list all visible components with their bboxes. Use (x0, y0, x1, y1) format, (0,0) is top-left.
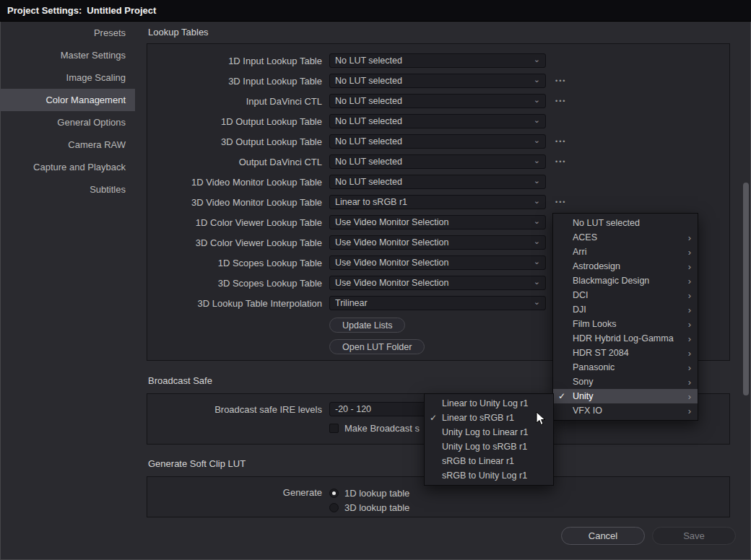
menu-item-no-lut[interactable]: No LUT selected (553, 216, 698, 230)
chevron-down-icon: ⌄ (534, 157, 540, 164)
lut-dropdown-output-ctl[interactable]: No LUT selected ⌄ (329, 154, 546, 169)
lut-dropdown-1d-output[interactable]: No LUT selected ⌄ (329, 114, 546, 128)
make-broadcast-safe-checkbox[interactable] (329, 424, 339, 433)
lut-row: 1D Video Monitor Lookup Table No LUT sel… (147, 172, 729, 192)
menu-item-dci[interactable]: DCI › (553, 288, 698, 302)
submenu-arrow-icon: › (688, 247, 691, 258)
lut-dropdown-3d-viewer[interactable]: Use Video Monitor Selection ⌄ (329, 235, 546, 250)
menu-item-dji[interactable]: DJI › (553, 302, 698, 317)
sidebar-item-subtitles[interactable]: Subtitles (0, 178, 135, 201)
sidebar-item-master-settings[interactable]: Master Settings (0, 44, 135, 66)
submenu-arrow-icon: › (688, 406, 691, 416)
submenu-item-unity-log-to-srgb[interactable]: Unity Log to sRGB r1 (425, 439, 553, 454)
titlebar: Project Settings: Untitled Project (0, 0, 751, 22)
row-label: 3D Color Viewer Lookup Table (147, 237, 329, 248)
more-options-button[interactable]: ••• (555, 77, 566, 84)
lut-dropdown-1d-scopes[interactable]: Use Video Monitor Selection ⌄ (329, 255, 546, 270)
lut-row: 3D Input Lookup Table No LUT selected ⌄ … (147, 71, 729, 91)
sidebar-item-capture-playback[interactable]: Capture and Playback (0, 156, 135, 178)
settings-sidebar: Presets Master Settings Image Scaling Co… (0, 22, 135, 560)
submenu-item-linear-to-srgb[interactable]: ✓ Linear to sRGB r1 (425, 411, 553, 425)
menu-item-hdr-st2084[interactable]: HDR ST 2084 › (553, 346, 698, 360)
lut-submenu: Linear to Unity Log r1 ✓ Linear to sRGB … (424, 393, 554, 486)
chevron-down-icon: ⌄ (534, 56, 540, 63)
menu-item-film-looks[interactable]: Film Looks › (553, 317, 698, 331)
row-label: 1D Color Viewer Lookup Table (147, 217, 329, 228)
lut-row: 1D Output Lookup Table No LUT selected ⌄ (147, 111, 729, 131)
submenu-item-linear-to-unity-log[interactable]: Linear to Unity Log r1 (425, 396, 553, 411)
menu-item-arri[interactable]: Arri › (553, 245, 698, 259)
lookup-tables-heading: Lookup Tables (148, 27, 209, 38)
row-label: 1D Video Monitor Lookup Table (147, 177, 329, 188)
lut-dropdown-1d-input[interactable]: No LUT selected ⌄ (329, 53, 546, 68)
row-label: Broadcast safe IRE levels (147, 404, 329, 415)
submenu-arrow-icon: › (688, 232, 691, 243)
menu-item-unity[interactable]: ✓ Unity › (553, 389, 698, 403)
lut-dropdown-3d-output[interactable]: No LUT selected ⌄ (329, 134, 546, 149)
update-lists-button[interactable]: Update Lists (329, 318, 405, 333)
more-options-button[interactable]: ••• (555, 158, 566, 165)
sidebar-item-general-options[interactable]: General Options (0, 111, 135, 134)
chevron-down-icon: ⌄ (534, 298, 540, 305)
lut-dropdown-3d-scopes[interactable]: Use Video Monitor Selection ⌄ (329, 276, 546, 290)
sidebar-item-image-scaling[interactable]: Image Scaling (0, 66, 135, 89)
menu-item-blackmagic-design[interactable]: Blackmagic Design › (553, 274, 698, 288)
row-label: 3D Output Lookup Table (147, 136, 329, 147)
cancel-button[interactable]: Cancel (561, 527, 645, 545)
chevron-down-icon: ⌄ (534, 217, 540, 224)
open-lut-folder-button[interactable]: Open LUT Folder (329, 339, 425, 354)
submenu-arrow-icon: › (688, 348, 691, 359)
chevron-down-icon: ⌄ (534, 136, 540, 144)
row-label: 3D Lookup Table Interpolation (147, 298, 329, 309)
lut-row: Output DaVinci CTL No LUT selected ⌄ ••• (147, 152, 729, 172)
submenu-arrow-icon: › (688, 290, 691, 301)
chevron-down-icon: ⌄ (534, 177, 540, 184)
sidebar-item-camera-raw[interactable]: Camera RAW (0, 134, 135, 156)
submenu-arrow-icon: › (688, 305, 691, 315)
submenu-arrow-icon: › (688, 261, 691, 272)
lut-context-menu: No LUT selected ACES › Arri › Astrodesig… (552, 213, 698, 421)
project-name: Untitled Project (87, 5, 156, 16)
sidebar-item-color-management[interactable]: Color Management (0, 89, 135, 111)
generate-label: Generate (147, 486, 329, 515)
radio-option-3d[interactable]: 3D lookup table (329, 500, 409, 515)
radio-button-3d[interactable] (329, 503, 339, 512)
save-button[interactable]: Save (652, 527, 736, 545)
mouse-cursor-icon (536, 411, 546, 429)
radio-button-1d[interactable] (329, 489, 339, 498)
chevron-down-icon: ⌄ (534, 278, 540, 285)
menu-item-aces[interactable]: ACES › (553, 230, 698, 245)
sidebar-item-presets[interactable]: Presets (0, 22, 135, 44)
lut-dropdown-interpolation[interactable]: Trilinear ⌄ (329, 296, 546, 310)
more-options-button[interactable]: ••• (555, 97, 566, 105)
row-label: Output DaVinci CTL (147, 157, 329, 167)
vertical-scrollbar-thumb[interactable] (743, 183, 749, 395)
chevron-down-icon: ⌄ (534, 197, 540, 204)
row-label: 3D Scopes Lookup Table (147, 278, 329, 289)
menu-item-panasonic[interactable]: Panasonic › (553, 360, 698, 375)
lut-dropdown-1d-monitor[interactable]: No LUT selected ⌄ (329, 175, 546, 189)
lut-dropdown-3d-input[interactable]: No LUT selected ⌄ (329, 74, 546, 88)
submenu-arrow-icon: › (688, 391, 691, 402)
menu-item-astrodesign[interactable]: Astrodesign › (553, 259, 698, 274)
row-label: 3D Video Monitor Lookup Table (147, 197, 329, 208)
check-icon: ✓ (430, 413, 442, 423)
lut-dropdown-input-ctl[interactable]: No LUT selected ⌄ (329, 94, 546, 108)
submenu-item-unity-log-to-linear[interactable]: Unity Log to Linear r1 (425, 425, 553, 439)
chevron-down-icon: ⌄ (534, 258, 540, 265)
chevron-down-icon: ⌄ (534, 116, 540, 123)
more-options-button[interactable]: ••• (555, 198, 566, 206)
submenu-item-srgb-to-unity-log[interactable]: sRGB to Unity Log r1 (425, 468, 553, 483)
row-label: Input DaVinci CTL (147, 96, 329, 107)
menu-item-sony[interactable]: Sony › (553, 375, 698, 389)
more-options-button[interactable]: ••• (555, 138, 566, 145)
submenu-item-srgb-to-linear[interactable]: sRGB to Linear r1 (425, 454, 553, 468)
radio-option-1d[interactable]: 1D lookup table (329, 486, 409, 500)
lut-dropdown-1d-viewer[interactable]: Use Video Monitor Selection ⌄ (329, 215, 546, 229)
row-label: 1D Output Lookup Table (147, 116, 329, 127)
menu-item-vfx-io[interactable]: VFX IO › (553, 403, 698, 418)
lut-dropdown-3d-monitor[interactable]: Linear to sRGB r1 ⌄ (329, 195, 546, 209)
row-label: 3D Input Lookup Table (147, 76, 329, 87)
soft-clip-heading: Generate Soft Clip LUT (148, 458, 246, 470)
menu-item-hdr-hlg[interactable]: HDR Hybrid Log-Gamma › (553, 331, 698, 346)
